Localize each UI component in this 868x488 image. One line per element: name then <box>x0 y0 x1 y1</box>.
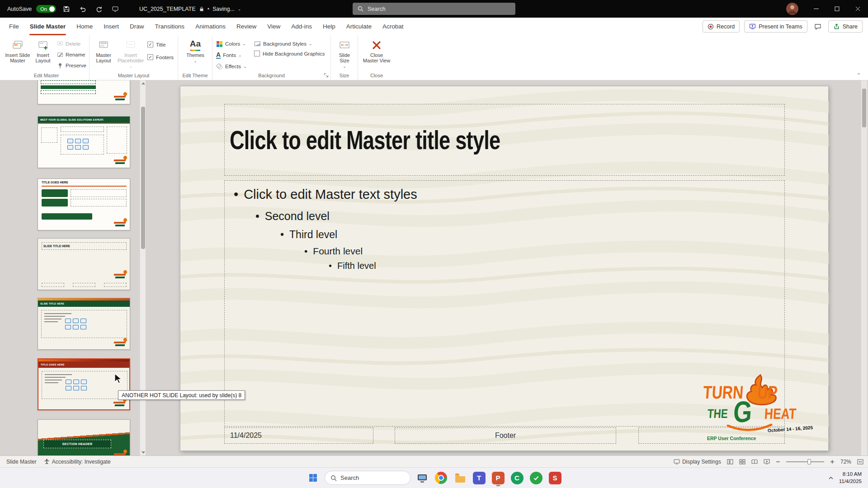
tab-file[interactable]: File <box>4 18 24 35</box>
insert-layout-button[interactable]: Insert Layout <box>32 38 54 63</box>
title-checkbox-row[interactable]: ✓ Title <box>147 42 165 47</box>
date-placeholder[interactable]: 11/4/2025 <box>224 427 373 444</box>
insert-slide-master-button[interactable]: Insert Slide Master <box>5 38 31 63</box>
slide-size-button[interactable]: Slide Size ⌄ <box>334 38 355 68</box>
taskbar-search[interactable]: Search <box>325 471 410 485</box>
taskbar-app-snagit[interactable]: S <box>547 470 562 485</box>
footer-box <box>73 283 95 287</box>
comments-button[interactable] <box>812 21 824 33</box>
taskbar-app-file-explorer[interactable] <box>453 470 467 485</box>
maximize-icon <box>835 6 840 11</box>
footer-placeholder[interactable]: Footer <box>395 427 616 444</box>
tab-acrobat[interactable]: Acrobat <box>377 18 409 35</box>
canvas-scrollbar[interactable] <box>861 80 867 455</box>
taskbar-clock[interactable]: 8:10 AM 11/4/2025 <box>839 471 862 485</box>
layout-thumbnail-title-goes-here[interactable]: TITLE GOES HERE <box>38 178 130 230</box>
taskbar-app-desktop[interactable] <box>415 470 429 485</box>
zoom-slider-handle[interactable] <box>807 459 811 465</box>
tab-insert[interactable]: Insert <box>98 18 124 35</box>
panel-scrollbar-thumb[interactable] <box>141 107 145 249</box>
ribbon-tab-bar: File Slide Master Home Insert Draw Trans… <box>0 18 868 35</box>
layout-thumbnail-green-header[interactable]: SLIDE TITLE HERE <box>38 298 130 350</box>
reading-view-button[interactable] <box>751 459 758 465</box>
zoom-out-button[interactable] <box>776 460 780 464</box>
tab-transitions[interactable]: Transitions <box>150 18 190 35</box>
tab-animations[interactable]: Animations <box>190 18 231 35</box>
tab-home[interactable]: Home <box>71 18 98 35</box>
master-layout-button[interactable]: Master Layout <box>91 38 116 63</box>
taskbar-app-camtasia[interactable]: C <box>509 470 524 485</box>
layout-thumbnail-slide-title[interactable]: SLIDE TITLE HERE <box>38 238 130 290</box>
effects-button[interactable]: Effects ⌄ <box>216 61 247 71</box>
insert-slide-master-icon <box>12 39 24 51</box>
account-avatar[interactable] <box>786 3 798 15</box>
share-label: Share <box>843 23 858 30</box>
footers-checkbox[interactable]: ✓ <box>147 54 153 60</box>
slide-sorter-view-button[interactable] <box>739 459 745 465</box>
themes-button[interactable]: Aa Themes ⌄ <box>183 38 208 63</box>
tab-draw[interactable]: Draw <box>124 18 150 35</box>
slideshow-view-button[interactable] <box>764 459 770 465</box>
layout-thumbnail-hot-slide-selected[interactable]: TITLE GOES HERE <box>38 358 130 410</box>
tab-articulate[interactable]: Articulate <box>341 18 377 35</box>
footer-text: Footer <box>495 432 516 440</box>
tab-add-ins[interactable]: Add-ins <box>286 18 317 35</box>
display-settings-button[interactable]: Display Settings <box>674 459 721 465</box>
undo-button[interactable] <box>77 3 89 15</box>
taskbar-app-checkmark[interactable] <box>528 470 543 485</box>
hide-background-graphics-checkbox[interactable] <box>254 51 260 56</box>
zoom-percentage[interactable]: 72% <box>840 459 851 465</box>
record-button[interactable]: Record <box>703 20 740 33</box>
hide-background-graphics-row[interactable]: Hide Background Graphics <box>254 51 325 56</box>
scroll-up-arrow[interactable] <box>142 82 145 84</box>
rename-button[interactable]: Rename <box>57 50 85 60</box>
slideshow-icon <box>764 459 770 465</box>
zoom-slider[interactable] <box>786 461 824 462</box>
tab-review[interactable]: Review <box>231 18 262 35</box>
close-master-view-button[interactable]: Close Master View <box>362 38 391 63</box>
layout-thumbnail-meet-expert[interactable]: MEET YOUR GLOBAL SLIDE SOLUTIONS EXPERT. <box>38 116 130 168</box>
title-checkbox[interactable]: ✓ <box>147 42 153 47</box>
group-label-edit-master: Edit Master <box>4 73 89 78</box>
tab-slide-master[interactable]: Slide Master <box>24 18 71 35</box>
scroll-down-arrow[interactable] <box>142 451 145 454</box>
maximize-button[interactable] <box>826 0 847 18</box>
powerpoint-letter: P <box>495 474 500 482</box>
layout-thumbnail-section-header[interactable]: SECTION HEADER <box>38 419 130 455</box>
zoom-in-button[interactable] <box>830 460 835 464</box>
layout-thumbnail-table[interactable] <box>38 80 130 104</box>
canvas-scrollbar-thumb[interactable] <box>862 89 866 127</box>
insert-slide-master-label: Insert Slide Master <box>5 52 31 63</box>
master-title-placeholder[interactable]: Click to edit Master title style <box>224 104 785 176</box>
save-button[interactable] <box>61 3 72 15</box>
tab-view[interactable]: View <box>262 18 286 35</box>
close-button[interactable] <box>847 0 868 18</box>
ribbon-right-actions: Record Present in Teams Share <box>703 18 863 35</box>
dialog-launcher-button[interactable] <box>324 73 329 78</box>
collapse-ribbon-button[interactable]: ⌃ <box>857 72 861 78</box>
share-button[interactable]: Share <box>828 20 863 33</box>
fit-to-window-button[interactable] <box>857 459 863 465</box>
colors-button[interactable]: Colors ⌄ <box>216 39 246 49</box>
fonts-button[interactable]: A Fonts ⌄ <box>216 50 241 60</box>
normal-view-button[interactable] <box>727 459 733 465</box>
taskbar-app-chrome[interactable] <box>434 470 448 485</box>
accessibility-checker[interactable]: Accessibility: Investigate <box>44 459 111 465</box>
background-styles-button[interactable]: Background Styles ⌄ <box>254 39 312 49</box>
document-title-cluster[interactable]: UC_2025_TEMPLATE • Saving... ⌄ <box>139 6 241 12</box>
touch-mouse-mode-button[interactable] <box>109 3 121 15</box>
present-in-teams-button[interactable]: Present in Teams <box>744 20 807 33</box>
start-button[interactable] <box>306 470 321 485</box>
preserve-button[interactable]: Preserve <box>57 61 86 70</box>
hidden-icons-chevron[interactable] <box>828 476 834 480</box>
slide-editing-surface[interactable]: Click to edit Master title style •Click … <box>180 86 829 451</box>
footers-checkbox-row[interactable]: ✓ Footers <box>147 54 174 60</box>
fonts-label: Fonts <box>223 52 236 58</box>
redo-button[interactable] <box>93 3 105 15</box>
autosave-toggle[interactable]: On <box>36 5 56 13</box>
tab-help[interactable]: Help <box>317 18 341 35</box>
taskbar-app-teams[interactable]: T <box>472 470 486 485</box>
taskbar-app-powerpoint[interactable]: P <box>491 470 505 485</box>
minimize-button[interactable] <box>806 0 826 18</box>
search-input[interactable]: Search <box>353 3 515 15</box>
